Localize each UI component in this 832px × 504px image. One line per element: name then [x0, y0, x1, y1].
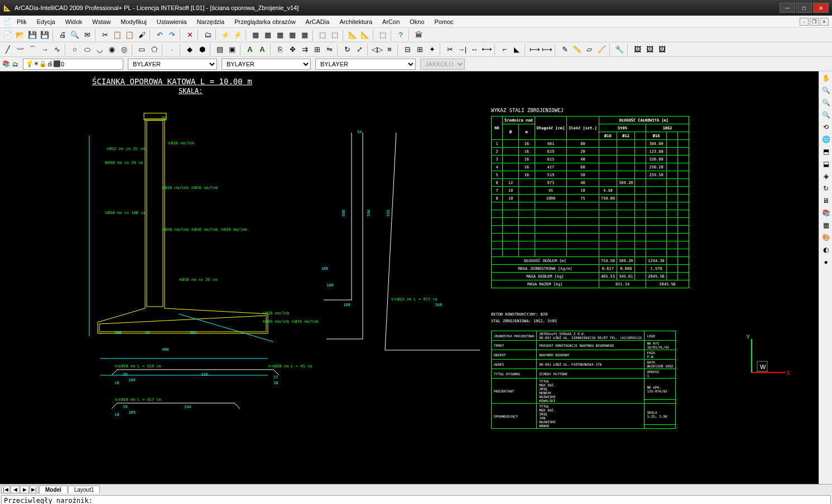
text-icon[interactable]: A [244, 44, 256, 55]
menu-wstaw[interactable]: Wstaw [88, 17, 115, 26]
area-icon[interactable]: ▱ [584, 44, 595, 55]
pline-icon[interactable]: 〰 [15, 44, 26, 55]
arc1-icon[interactable]: 📐 [347, 30, 358, 41]
layer-icon[interactable]: 📚 [2, 60, 10, 67]
menu-przegladarka[interactable]: Przeglądarka obrazów [230, 17, 300, 26]
undo-icon[interactable]: ↶ [154, 30, 165, 41]
ray-icon[interactable]: → [39, 44, 50, 55]
spline-icon[interactable]: ∿ [51, 44, 62, 55]
mail-icon[interactable]: ✉ [81, 30, 93, 41]
tab-first[interactable]: |◀ [1, 486, 10, 493]
ellipse-icon[interactable]: ⬭ [81, 44, 93, 55]
zoom-win-icon[interactable]: 🔍 [820, 97, 831, 108]
rect-icon[interactable]: ▭ [136, 44, 147, 55]
clean-icon[interactable]: 🧹 [596, 44, 607, 55]
mirr-icon[interactable]: ◁▷ [372, 44, 383, 55]
menu-modyfikuj[interactable]: Modyfikuj [116, 17, 151, 26]
tab-prev[interactable]: ◀ [11, 486, 20, 493]
explode-icon[interactable]: ✦ [426, 44, 437, 55]
edit-icon[interactable]: ✎ [559, 44, 570, 55]
redraw-icon[interactable]: 🖥 [820, 195, 831, 206]
donut-icon[interactable]: ◉ [106, 44, 117, 55]
tab-last[interactable]: ▶| [30, 486, 39, 493]
menu-architektura[interactable]: Architektura [335, 17, 377, 26]
mtext-icon[interactable]: A [257, 44, 268, 55]
help-icon[interactable]: ? [395, 30, 406, 41]
point-icon[interactable]: · [166, 44, 177, 55]
img1-icon[interactable]: 🖼 [632, 44, 643, 55]
mdi-minimize[interactable]: - [800, 18, 809, 26]
hatch-icon[interactable]: ▨ [214, 44, 225, 55]
mdi-restore[interactable]: ❐ [810, 18, 819, 26]
tool1-icon[interactable]: ▦ [250, 30, 261, 41]
shade-icon[interactable]: ● [820, 256, 831, 268]
close-button[interactable]: ✕ [813, 3, 829, 13]
tab-next[interactable]: ▶ [20, 486, 29, 493]
line-icon[interactable]: ╱ [2, 44, 13, 55]
tab-layout1[interactable]: Layout1 [68, 486, 100, 493]
zoom-ext-icon[interactable]: 🔍 [820, 109, 831, 120]
color-combo[interactable]: JAKKOLOR [420, 59, 465, 70]
tool-a-icon[interactable]: 🔧 [614, 44, 625, 55]
hide-icon[interactable]: ◐ [820, 244, 831, 255]
boundary-icon[interactable]: ▣ [227, 44, 238, 55]
menu-narzedzia[interactable]: Narzędzia [193, 17, 229, 26]
menu-widok[interactable]: Widok [61, 17, 87, 26]
poly-icon[interactable]: ⬠ [148, 44, 160, 55]
move-icon[interactable]: ✥ [287, 44, 298, 55]
mdi-close[interactable]: × [820, 18, 829, 26]
props-icon[interactable]: ⬚ [377, 30, 388, 41]
lineweight-combo[interactable]: BYLAYER [222, 59, 311, 70]
saveall-icon[interactable]: 💾 [39, 30, 50, 41]
align-icon[interactable]: ≡ [384, 44, 395, 55]
tool5-icon[interactable]: ▦ [299, 30, 310, 41]
menu-arcadia[interactable]: ArCADia [301, 17, 334, 26]
copy-icon[interactable]: 📋 [112, 30, 123, 41]
menu-edycja[interactable]: Edycja [32, 17, 60, 26]
run-icon[interactable]: ⚡ [220, 30, 231, 41]
layer-prop-icon[interactable]: 🗂 [12, 61, 18, 67]
lengthen-icon[interactable]: ⟷ [481, 44, 492, 55]
cut-icon[interactable]: ✂ [99, 30, 110, 41]
3dorbit-icon[interactable]: 🌐 [820, 134, 831, 145]
copy2-icon[interactable]: ⎘ [275, 44, 286, 55]
trim-icon[interactable]: ✂ [444, 44, 455, 55]
dim1-icon[interactable]: ⟼ [529, 44, 540, 55]
arc2-icon[interactable]: ◡ [94, 44, 105, 55]
extend-icon[interactable]: →| [456, 44, 468, 55]
offset-icon[interactable]: ⇉ [299, 44, 310, 55]
ring-icon[interactable]: ◎ [118, 44, 129, 55]
layers-icon[interactable]: 📚 [820, 207, 831, 219]
3d-icon[interactable]: ⬢ [196, 44, 208, 55]
print-icon[interactable]: 🖨 [57, 30, 68, 41]
menu-arcon[interactable]: ArCon [378, 17, 404, 26]
stretch-icon[interactable]: ↔ [469, 44, 480, 55]
view2-icon[interactable]: ⬚ [329, 30, 340, 41]
view-front-icon[interactable]: ⬓ [820, 158, 831, 169]
tool2-icon[interactable]: ▦ [262, 30, 273, 41]
view-iso-icon[interactable]: ◈ [820, 171, 831, 182]
scale-icon[interactable]: ⤢ [354, 44, 365, 55]
mirror-icon[interactable]: ⇋ [324, 44, 335, 55]
img3-icon[interactable]: 🖼 [656, 44, 667, 55]
regen-icon[interactable]: ↻ [820, 183, 831, 194]
style-combo[interactable]: BYLAYER [315, 59, 416, 70]
new-icon[interactable]: 📄 [2, 30, 13, 41]
layer-state[interactable]: 💡☀🔒🖨⬛ 0 [23, 59, 123, 70]
break-icon[interactable]: ⊟ [402, 44, 413, 55]
menu-pomoc[interactable]: Pomoc [430, 17, 458, 26]
view1-icon[interactable]: ⬚ [317, 30, 328, 41]
maximize-button[interactable]: □ [796, 3, 812, 13]
logo-icon[interactable]: 🏛 [413, 30, 424, 41]
join-icon[interactable]: ⊞ [414, 44, 425, 55]
dim2-icon[interactable]: ⟼ [541, 44, 552, 55]
render-icon[interactable]: 🎨 [820, 232, 831, 243]
img2-icon[interactable]: 🖼 [644, 44, 655, 55]
delete-icon[interactable]: ✕ [184, 30, 195, 41]
fillet-icon[interactable]: ⌐ [499, 44, 510, 55]
menu-ustawienia[interactable]: Ustawienia [152, 17, 191, 26]
redo-icon[interactable]: ↷ [166, 30, 177, 41]
arc2-icon[interactable]: 📐 [359, 30, 371, 41]
open-icon[interactable]: 📂 [15, 30, 26, 41]
chamfer-icon[interactable]: ◣ [511, 44, 522, 55]
